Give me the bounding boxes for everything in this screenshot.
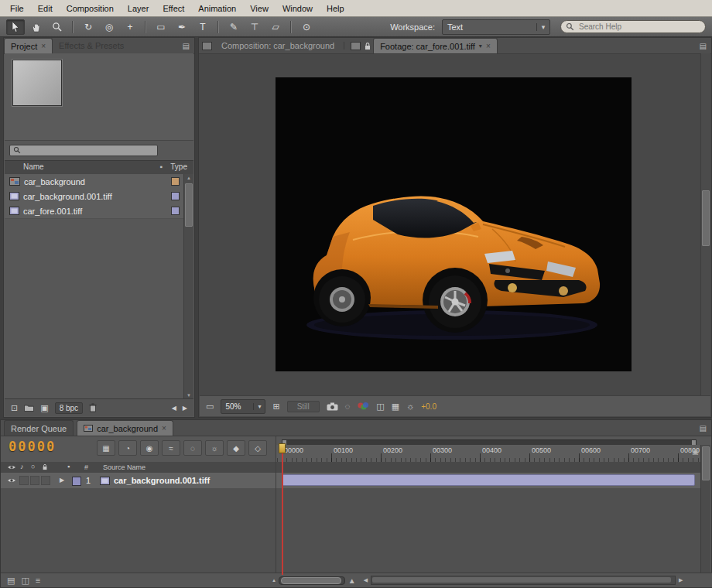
chevron-down-icon[interactable]: ▾ (479, 43, 482, 50)
exposure-icon[interactable]: ☼ (406, 402, 414, 411)
time-ruler[interactable]: 00000 00100 00200 00300 00400 00500 0060… (276, 445, 701, 463)
menu-edit[interactable]: Edit (31, 0, 60, 17)
timeline-scrollbar[interactable] (700, 445, 710, 573)
new-composition-icon[interactable]: ▣ (40, 403, 48, 413)
tab-composition-viewer[interactable]: Composition: car_background (215, 38, 341, 53)
panel-grip-icon[interactable] (351, 42, 361, 50)
label-color-chip[interactable] (171, 207, 180, 215)
interpret-footage-icon[interactable]: ⊡ (11, 403, 18, 413)
tab-footage-viewer[interactable]: Footage: car_fore.001.tiff ▾ × (373, 38, 498, 53)
close-icon[interactable]: × (41, 42, 46, 50)
playhead-handle[interactable] (279, 443, 286, 453)
hide-shy-layers-icon[interactable]: ◉ (140, 440, 159, 456)
lock-icon[interactable] (364, 42, 371, 50)
help-search-box[interactable] (560, 20, 706, 33)
channel-rgb-icon[interactable] (357, 402, 369, 411)
panel-menu-icon[interactable]: ▤ (695, 420, 711, 436)
layer-source-name[interactable]: car_background.001.tiff (114, 476, 210, 485)
show-snapshot-icon[interactable]: ◌ (345, 402, 351, 411)
tab-render-queue[interactable]: Render Queue (4, 420, 74, 436)
hand-tool-icon[interactable] (27, 19, 46, 35)
menu-view[interactable]: View (243, 0, 276, 17)
pan-behind-tool-icon[interactable]: + (121, 19, 139, 35)
comp-mini-flowchart-icon[interactable]: ▦ (97, 440, 115, 456)
project-scrollbar[interactable]: ▲ ▼ (183, 174, 193, 399)
clone-stamp-tool-icon[interactable]: ⊤ (245, 19, 264, 35)
panel-menu-icon[interactable]: ▤ (695, 38, 711, 53)
snapshot-camera-icon[interactable] (327, 402, 338, 411)
motion-blur-icon[interactable]: ◌ (183, 440, 202, 456)
delete-icon[interactable] (89, 403, 97, 412)
timeline-hscrollbar[interactable] (371, 576, 676, 585)
zoom-out-mountain-icon[interactable]: ▴ (272, 577, 276, 583)
source-name-column-label[interactable]: Source Name (103, 463, 145, 471)
brainstorm-icon[interactable]: ☼ (205, 440, 224, 456)
rotation-tool-icon[interactable]: ↻ (79, 19, 98, 35)
hscroll-left-icon[interactable]: ◀ (364, 577, 368, 583)
timeline-empty-area[interactable] (1, 488, 701, 575)
comp-marker-bin-icon[interactable]: ▣ (692, 448, 699, 456)
selection-tool-icon[interactable] (6, 19, 25, 35)
project-item-background-tiff[interactable]: car_background.001.tiff (5, 189, 184, 204)
mask-shape-tool-icon[interactable]: ▭ (152, 19, 170, 35)
hscroll-thumb[interactable] (372, 577, 671, 583)
tab-timeline-comp[interactable]: car_background × (77, 420, 173, 436)
current-time-display[interactable]: 00000 (9, 439, 56, 454)
magnification-dropdown[interactable]: 50% ▾ (221, 399, 265, 414)
viewer-scrollbar[interactable] (700, 53, 710, 396)
auto-keyframe-icon[interactable]: ◆ (227, 440, 245, 456)
type-tool-icon[interactable]: T (193, 19, 212, 35)
transparency-grid-icon[interactable]: ▦ (392, 402, 399, 412)
camera-tool-icon[interactable]: ◎ (100, 19, 118, 35)
tab-project[interactable]: Project × (4, 38, 53, 53)
resolution-indicator[interactable]: Still (287, 401, 320, 412)
exposure-value[interactable]: +0.0 (421, 402, 436, 411)
timeline-divider[interactable] (276, 436, 276, 575)
menu-help[interactable]: Help (320, 0, 351, 17)
draft-3d-icon[interactable]: ◔ (118, 440, 137, 456)
expand-in-out-icon[interactable]: ≡ (36, 576, 40, 585)
region-of-interest-icon[interactable]: ▭ (206, 402, 214, 412)
time-navigator-thumb[interactable] (281, 577, 341, 584)
layer-duration-bar[interactable] (282, 474, 695, 486)
workspace-dropdown[interactable]: Text ▾ (442, 19, 550, 35)
project-item-fore-tiff[interactable]: car_fore.001.tiff (5, 203, 184, 219)
menu-animation[interactable]: Animation (191, 0, 243, 17)
brush-tool-icon[interactable]: ✎ (224, 19, 243, 35)
layer-expander-icon[interactable]: ▶ (60, 477, 64, 484)
new-folder-icon[interactable] (24, 404, 34, 412)
scrollbar-thumb[interactable] (185, 183, 193, 227)
scroll-up-icon[interactable]: ▲ (184, 174, 193, 182)
panel-menu-icon[interactable]: ▤ (178, 38, 194, 53)
safe-zones-icon[interactable]: ⊞ (272, 402, 279, 412)
puppet-pin-tool-icon[interactable]: ⊙ (297, 19, 316, 35)
scroll-right-icon[interactable]: ▶ (183, 405, 187, 412)
eraser-tool-icon[interactable]: ▱ (266, 19, 285, 35)
expand-transfer-controls-icon[interactable]: ◫ (21, 576, 29, 586)
label-color-chip[interactable] (171, 177, 180, 186)
frame-blending-icon[interactable]: ≈ (162, 440, 180, 456)
graph-editor-icon[interactable]: ◇ (248, 440, 267, 456)
pen-tool-icon[interactable]: ✒ (173, 19, 191, 35)
scrollbar-thumb[interactable] (702, 190, 710, 246)
tab-effects-presets[interactable]: Effects & Presets (53, 38, 130, 53)
menu-composition[interactable]: Composition (60, 0, 121, 17)
menu-effect[interactable]: Effect (156, 0, 191, 17)
layer-label-chip[interactable] (72, 477, 81, 486)
lock-toggle-cell[interactable] (41, 476, 50, 485)
scrollbar-thumb[interactable] (702, 446, 710, 480)
bit-depth-button[interactable]: 8 bpc (55, 402, 83, 414)
expand-layer-switches-icon[interactable]: ▤ (7, 576, 15, 586)
zoom-in-mountain-icon[interactable]: ▲ (348, 576, 356, 585)
close-icon[interactable]: × (486, 42, 491, 50)
label-color-chip[interactable] (171, 192, 180, 200)
scroll-left-icon[interactable]: ◀ (172, 405, 176, 412)
menu-window[interactable]: Window (276, 0, 320, 17)
audio-toggle-cell[interactable] (19, 476, 29, 485)
help-search-input[interactable] (577, 22, 697, 32)
layer-visibility-eye-icon[interactable] (7, 477, 16, 484)
view-layout-icon[interactable]: ◫ (376, 402, 384, 412)
menu-file[interactable]: File (3, 0, 31, 17)
playhead-line[interactable] (282, 453, 283, 575)
solo-toggle-cell[interactable] (30, 476, 39, 485)
